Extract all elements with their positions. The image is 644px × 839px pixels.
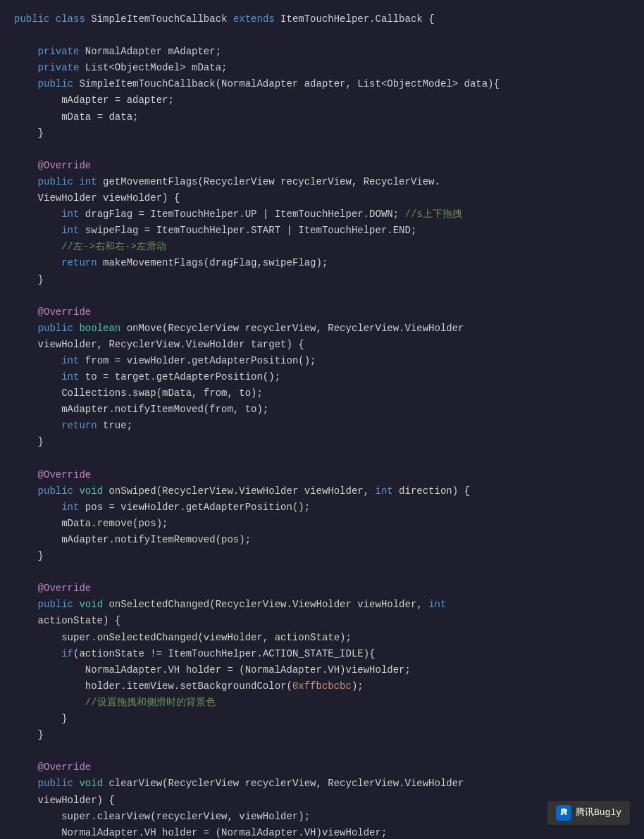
code-segment: @Override: [14, 583, 91, 594]
code-segment: true;: [103, 420, 132, 431]
code-segment: int: [79, 176, 103, 187]
code-segment: extends: [233, 13, 280, 25]
code-segment: int: [61, 371, 85, 383]
code-segment: [14, 648, 61, 659]
code-segment: [14, 78, 38, 89]
code-segment: int: [61, 209, 85, 220]
code-line: mData = data;: [14, 109, 630, 125]
code-segment: [14, 46, 38, 57]
code-segment: SimpleItemTouchCallback: [91, 13, 233, 25]
code-line: super.clearView(recyclerView, viewHolder…: [14, 809, 630, 825]
code-segment: @Override: [14, 469, 91, 480]
code-segment: private: [38, 46, 85, 57]
code-segment: @Override: [14, 160, 91, 171]
code-segment: );: [352, 680, 364, 692]
code-segment: int: [61, 225, 85, 236]
code-line: }: [14, 727, 630, 743]
code-segment: [14, 778, 38, 789]
code-segment: void: [79, 599, 109, 610]
code-segment: [14, 420, 61, 431]
code-segment: List<ObjectModel> mData;: [85, 62, 228, 73]
code-segment: }: [14, 550, 44, 561]
code-segment: public: [14, 13, 56, 25]
code-segment: [14, 209, 61, 220]
code-line: }: [14, 711, 630, 727]
code-segment: public: [38, 323, 80, 334]
code-segment: viewHolder, RecyclerView.ViewHolder targ…: [14, 339, 304, 350]
code-segment: [14, 599, 38, 610]
code-container: public class SimpleItemTouchCallback ext…: [0, 0, 644, 839]
code-line: public class SimpleItemTouchCallback ext…: [14, 11, 630, 27]
code-line: [14, 288, 630, 304]
code-segment: @Override: [14, 762, 91, 773]
code-segment: mData = data;: [14, 111, 138, 123]
code-segment: }: [14, 274, 44, 285]
code-segment: onSwiped(RecyclerView.ViewHolder viewHol…: [109, 485, 375, 497]
code-segment: from = viewHolder.getAdapterPosition();: [85, 355, 316, 366]
code-segment: dragFlag = ItemTouchHelper.UP | ItemTouc…: [85, 209, 405, 220]
code-line: private NormalAdapter mAdapter;: [14, 44, 630, 60]
watermark-label: 腾讯Bugly: [576, 806, 621, 821]
code-line: @Override: [14, 158, 630, 174]
code-segment: [14, 355, 61, 366]
code-segment: (actionState != ItemTouchHelper.ACTION_S…: [73, 648, 375, 659]
code-segment: public: [38, 599, 80, 610]
code-line: actionState) {: [14, 613, 630, 629]
code-line: int swipeFlag = ItemTouchHelper.START | …: [14, 223, 630, 239]
code-segment: [14, 241, 61, 252]
code-line: int pos = viewHolder.getAdapterPosition(…: [14, 499, 630, 516]
code-line: }: [14, 272, 630, 288]
code-line: mAdapter = adapter;: [14, 92, 630, 108]
code-segment: }: [14, 128, 44, 139]
code-segment: public: [38, 485, 80, 497]
code-line: }: [14, 434, 630, 450]
code-line: return true;: [14, 418, 630, 434]
code-line: Collections.swap(mData, from, to);: [14, 385, 630, 402]
code-line: @Override: [14, 304, 630, 321]
code-segment: pos = viewHolder.getAdapterPosition();: [85, 502, 310, 513]
code-segment: public: [38, 78, 80, 89]
code-line: int to = target.getAdapterPosition();: [14, 369, 630, 385]
code-segment: [14, 697, 85, 708]
code-segment: }: [14, 713, 68, 724]
code-segment: int: [428, 599, 446, 610]
code-block: public class SimpleItemTouchCallback ext…: [14, 11, 630, 839]
code-segment: [14, 257, 61, 268]
code-line: [14, 743, 630, 759]
code-line: mData.remove(pos);: [14, 516, 630, 532]
code-segment: int: [61, 355, 85, 366]
code-segment: onSelectedChanged(RecyclerView.ViewHolde…: [109, 599, 428, 610]
code-segment: SimpleItemTouchCallback(NormalAdapter ad…: [79, 78, 500, 89]
code-line: NormalAdapter.VH holder = (NormalAdapter…: [14, 825, 630, 839]
code-segment: getMovementFlags(RecyclerView recyclerVi…: [103, 176, 440, 187]
code-segment: //s上下拖拽: [405, 209, 462, 220]
code-segment: //设置拖拽和侧滑时的背景色: [85, 697, 216, 708]
code-segment: void: [79, 778, 109, 789]
code-segment: to = target.getAdapterPosition();: [85, 371, 280, 383]
code-line: [14, 564, 630, 580]
code-segment: super.onSelectedChanged(viewHolder, acti…: [14, 632, 352, 643]
code-segment: super.clearView(recyclerView, viewHolder…: [14, 811, 310, 822]
code-segment: NormalAdapter.VH holder = (NormalAdapter…: [14, 664, 411, 676]
code-line: super.onSelectedChanged(viewHolder, acti…: [14, 630, 630, 646]
code-segment: }: [14, 436, 44, 447]
code-segment: holder.itemView.setBackgroundColor(: [14, 680, 292, 692]
code-line: [14, 451, 630, 467]
code-line: @Override: [14, 467, 630, 483]
code-segment: boolean: [79, 323, 126, 334]
watermark: 腾 腾讯Bugly: [547, 801, 630, 825]
code-segment: [14, 502, 61, 513]
code-line: mAdapter.notifyItemRemoved(pos);: [14, 532, 630, 548]
code-segment: 0xffbcbcbc: [292, 680, 352, 692]
code-line: holder.itemView.setBackgroundColor(0xffb…: [14, 678, 630, 695]
code-segment: return: [61, 420, 103, 431]
code-line: [14, 27, 630, 44]
code-segment: mAdapter.notifyItemRemoved(pos);: [14, 534, 251, 545]
code-line: //左->右和右->左滑动: [14, 239, 630, 255]
code-line: }: [14, 548, 630, 564]
code-segment: private: [38, 62, 85, 73]
code-segment: ViewHolder viewHolder) {: [14, 192, 180, 204]
code-segment: [14, 225, 61, 236]
code-line: int from = viewHolder.getAdapterPosition…: [14, 353, 630, 369]
code-segment: onMove(RecyclerView recyclerView, Recycl…: [127, 323, 464, 334]
